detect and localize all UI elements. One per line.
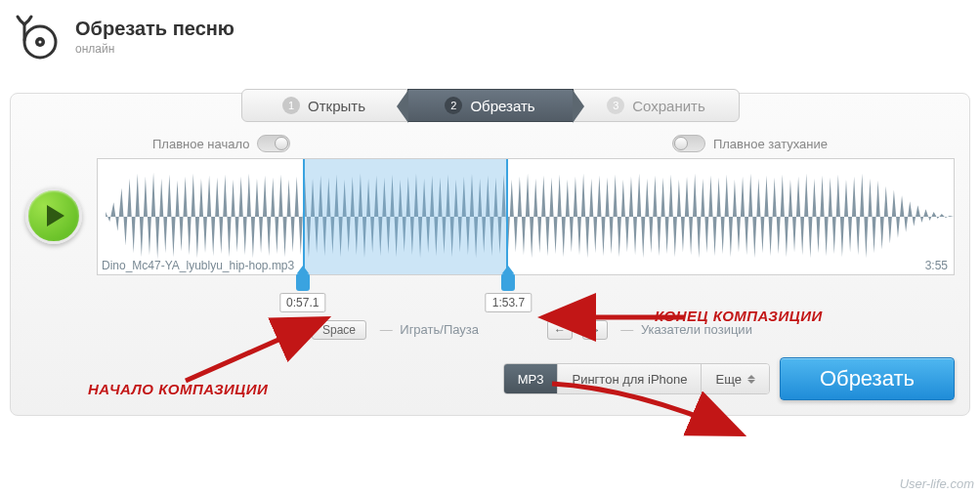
- play-icon: [47, 205, 64, 226]
- step-open-label: Открыть: [308, 98, 365, 114]
- step-cut-label: Обрезать: [470, 98, 534, 114]
- fade-in-control: Плавное начало: [152, 135, 290, 152]
- step-cut[interactable]: 2 Обрезать: [407, 89, 574, 122]
- fade-in-toggle[interactable]: [257, 135, 290, 152]
- app-title-block: Обрезать песню онлайн: [75, 18, 234, 56]
- cut-button[interactable]: Обрезать: [780, 357, 955, 400]
- handle-row: 0:57.1 1:53.7: [97, 277, 955, 310]
- selection-end-handle[interactable]: [501, 273, 515, 291]
- selection-start-badge: 0:57.1: [260, 158, 307, 159]
- selection-start-time[interactable]: 0:57.1: [279, 293, 325, 312]
- step-save[interactable]: 3 Сохранить: [574, 89, 740, 122]
- fade-controls: Плавное начало Плавное затухание: [152, 135, 828, 152]
- selection-end-time[interactable]: 1:53.7: [486, 293, 532, 312]
- step-open[interactable]: 1 Открыть: [241, 89, 407, 122]
- fade-in-label: Плавное начало: [152, 137, 249, 151]
- fade-out-label: Плавное затухание: [713, 137, 828, 151]
- arrow-to-cut-icon: [547, 379, 752, 451]
- step-cut-num: 2: [445, 97, 462, 114]
- app-logo-icon: [10, 10, 64, 63]
- selection-region[interactable]: [303, 159, 508, 274]
- track-duration: 3:55: [925, 259, 948, 272]
- stepper: 1 Открыть 2 Обрезать 3 Сохранить: [241, 89, 740, 122]
- arrow-to-start-icon: [176, 312, 352, 394]
- arrow-to-end-icon: [537, 303, 694, 346]
- app-title: Обрезать песню: [75, 18, 234, 40]
- step-open-num: 1: [282, 97, 300, 114]
- hint-play-label: Играть/Пауза: [400, 322, 479, 337]
- track-filename: Dino_Mc47-YA_lyublyu_hip-hop.mp3: [102, 259, 294, 272]
- waveform-box[interactable]: 0:57.1 Dino_Mc47-YA_lyublyu_hip-hop.mp3 …: [97, 158, 955, 275]
- fade-out-control: Плавное затухание: [672, 135, 828, 152]
- step-save-num: 3: [607, 97, 624, 114]
- editor-card: 1 Открыть 2 Обрезать 3 Сохранить Плавное…: [10, 93, 970, 416]
- selection-start-handle[interactable]: [296, 273, 310, 291]
- watermark: User-life.com: [900, 476, 974, 491]
- app-subtitle: онлайн: [75, 42, 234, 56]
- app-header: Обрезать песню онлайн: [0, 0, 980, 63]
- svg-point-2: [38, 40, 41, 43]
- play-button[interactable]: [25, 187, 82, 244]
- step-save-label: Сохранить: [632, 98, 705, 114]
- fade-out-toggle[interactable]: [672, 135, 705, 152]
- waveform-graphic: [98, 159, 954, 274]
